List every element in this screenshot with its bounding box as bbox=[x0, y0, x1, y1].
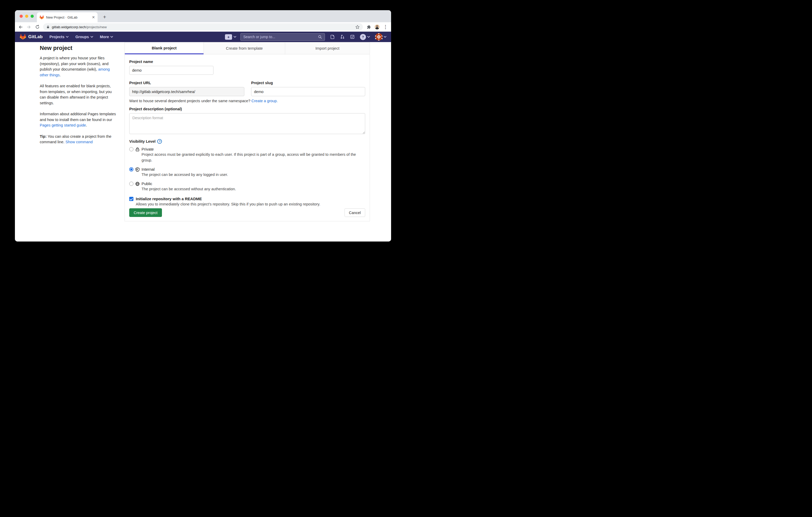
cancel-button[interactable]: Cancel bbox=[345, 208, 365, 217]
chevron-down-icon bbox=[90, 36, 93, 38]
browser-window: New Project · GitLab ✕ + gitlab.widgetco… bbox=[15, 10, 391, 242]
plus-icon: + bbox=[225, 34, 232, 40]
public-label: Public bbox=[142, 181, 236, 186]
help-icon: ? bbox=[360, 34, 366, 40]
namespace-hint: Want to house several dependent projects… bbox=[129, 99, 365, 103]
search-input[interactable] bbox=[243, 35, 318, 39]
project-name-label: Project name bbox=[129, 60, 365, 64]
search-icon bbox=[318, 35, 322, 39]
gitlab-navbar: GitLab Projects Groups More + ? bbox=[15, 32, 391, 42]
project-description-label: Project description (optional) bbox=[129, 107, 365, 111]
tab-create-from-template-label: Create from template bbox=[226, 46, 263, 51]
gitlab-favicon bbox=[39, 15, 44, 20]
readme-checkbox[interactable] bbox=[129, 197, 134, 201]
visibility-help-icon[interactable]: ? bbox=[157, 139, 162, 144]
project-description-textarea[interactable] bbox=[129, 113, 365, 134]
gitlab-logo-icon bbox=[20, 34, 26, 40]
bookmark-star-icon[interactable] bbox=[355, 25, 360, 29]
zoom-window-button[interactable] bbox=[31, 14, 34, 18]
project-url-input[interactable] bbox=[129, 87, 244, 96]
shield-icon bbox=[135, 167, 140, 172]
public-radio[interactable] bbox=[129, 182, 134, 186]
internal-label: Internal bbox=[142, 167, 228, 172]
chevron-down-icon bbox=[384, 36, 386, 38]
merge-requests-icon[interactable] bbox=[340, 34, 345, 39]
nav-groups-menu[interactable]: Groups bbox=[75, 35, 93, 39]
nav-projects-label: Projects bbox=[50, 35, 64, 39]
sidebar-p3-text: Information about additional Pages templ… bbox=[40, 112, 116, 122]
nav-more-label: More bbox=[100, 35, 109, 39]
user-avatar bbox=[375, 33, 382, 40]
globe-icon bbox=[135, 182, 140, 186]
sidebar-p3-period: . bbox=[86, 123, 87, 127]
sidebar-p1-period: . bbox=[60, 73, 61, 77]
new-menu[interactable]: + bbox=[225, 34, 236, 40]
lock-icon bbox=[46, 25, 50, 29]
visibility-option-public[interactable]: Public The project can be accessed witho… bbox=[129, 181, 365, 192]
browser-urlbar: gitlab.widgetcorp.tech/projects/new ⋮ bbox=[15, 22, 391, 32]
window-controls bbox=[20, 14, 34, 18]
private-radio[interactable] bbox=[129, 147, 134, 151]
visibility-option-internal[interactable]: Internal The project can be accessed by … bbox=[129, 167, 365, 178]
url-host: gitlab.widgetcorp.tech bbox=[52, 25, 86, 29]
minimize-window-button[interactable] bbox=[25, 14, 28, 18]
internal-radio[interactable] bbox=[129, 167, 134, 172]
page-title: New project bbox=[40, 45, 117, 52]
sidebar-paragraph-2: All features are enabled for blank proje… bbox=[40, 83, 117, 106]
global-search[interactable] bbox=[240, 33, 325, 41]
user-menu[interactable] bbox=[375, 33, 386, 40]
tab-import-project[interactable]: Import project bbox=[285, 42, 370, 54]
namespace-hint-text: Want to house several dependent projects… bbox=[129, 99, 252, 103]
reload-icon[interactable] bbox=[35, 25, 40, 30]
readme-option[interactable]: Initialize repository with a README Allo… bbox=[129, 196, 365, 207]
visibility-option-private[interactable]: Private Project access must be granted e… bbox=[129, 147, 365, 163]
create-project-button[interactable]: Create project bbox=[129, 208, 162, 217]
tab-blank-project-label: Blank project bbox=[152, 46, 177, 50]
readme-description: Allows you to immediately clone this pro… bbox=[136, 202, 320, 207]
tab-blank-project[interactable]: Blank project bbox=[125, 42, 204, 54]
create-a-group-link[interactable]: Create a group. bbox=[252, 99, 278, 103]
help-menu[interactable]: ? bbox=[360, 34, 370, 40]
public-description: The project can be accessed without any … bbox=[142, 186, 236, 192]
internal-description: The project can be accessed by any logge… bbox=[142, 172, 228, 178]
back-icon[interactable] bbox=[18, 25, 23, 30]
project-slug-input[interactable] bbox=[251, 87, 365, 96]
project-name-input[interactable] bbox=[129, 66, 213, 75]
chevron-down-icon bbox=[234, 36, 236, 38]
page-content: New project A project is where you house… bbox=[15, 42, 391, 242]
close-window-button[interactable] bbox=[20, 14, 23, 18]
new-project-sidebar: New project A project is where you house… bbox=[40, 43, 117, 151]
chevron-down-icon bbox=[367, 36, 370, 38]
project-slug-label: Project slug bbox=[251, 81, 365, 85]
private-description: Project access must be granted explicitl… bbox=[142, 152, 362, 163]
sidebar-tip: Tip: You can also create a project from … bbox=[40, 134, 117, 145]
browser-profile-avatar[interactable] bbox=[375, 25, 380, 30]
chevron-down-icon bbox=[110, 36, 113, 38]
url-path: /projects/new bbox=[86, 25, 107, 29]
private-label: Private bbox=[142, 147, 362, 152]
browser-titlebar: New Project · GitLab ✕ + bbox=[15, 10, 391, 22]
forward-icon[interactable] bbox=[26, 25, 31, 30]
tab-create-from-template[interactable]: Create from template bbox=[204, 42, 285, 54]
new-tab-button[interactable]: + bbox=[101, 13, 108, 20]
sidebar-paragraph-1: A project is where you house your files … bbox=[40, 55, 117, 78]
issues-icon[interactable] bbox=[330, 34, 335, 39]
blank-project-form: Project name Project URL Project slug Wa… bbox=[125, 54, 370, 222]
tab-close-icon[interactable]: ✕ bbox=[92, 16, 95, 19]
nav-groups-label: Groups bbox=[75, 35, 89, 39]
nav-more-menu[interactable]: More bbox=[100, 35, 113, 39]
sidebar-paragraph-3: Information about additional Pages templ… bbox=[40, 111, 117, 128]
address-bar[interactable]: gitlab.widgetcorp.tech/projects/new bbox=[43, 23, 363, 31]
browser-menu-kebab-icon[interactable]: ⋮ bbox=[383, 25, 388, 30]
todos-icon[interactable] bbox=[350, 34, 355, 39]
lock-icon bbox=[135, 147, 140, 152]
tab-title: New Project · GitLab bbox=[46, 16, 90, 19]
project-type-tabs: Blank project Create from template Impor… bbox=[125, 42, 370, 54]
chevron-down-icon bbox=[66, 36, 68, 38]
show-command-link[interactable]: Show command bbox=[65, 140, 93, 144]
nav-projects-menu[interactable]: Projects bbox=[50, 35, 68, 39]
extensions-icon[interactable] bbox=[366, 25, 371, 30]
browser-tab[interactable]: New Project · GitLab ✕ bbox=[37, 12, 97, 22]
pages-guide-link[interactable]: Pages getting started guide bbox=[40, 123, 86, 127]
gitlab-brand[interactable]: GitLab bbox=[20, 34, 42, 40]
